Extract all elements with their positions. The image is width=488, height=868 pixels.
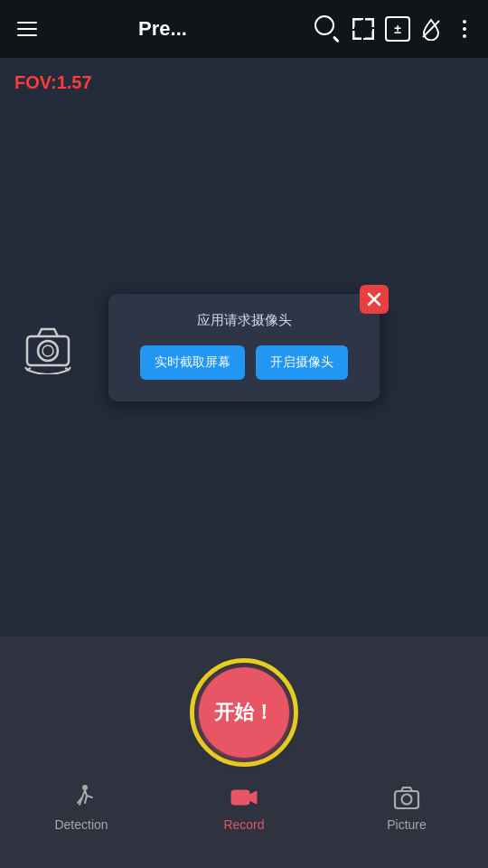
tab-record[interactable]: Record xyxy=(199,781,289,832)
svg-rect-16 xyxy=(231,790,249,805)
record-icon xyxy=(228,781,260,814)
camera-request-dialog: 应用请求摄像头 实时截取屏幕 开启摄像头 xyxy=(108,294,380,401)
screen-capture-button[interactable]: 实时截取屏幕 xyxy=(140,345,245,380)
tab-record-label: Record xyxy=(223,817,264,832)
dialog-overlay: 应用请求摄像头 实时截取屏幕 开启摄像头 xyxy=(0,58,488,637)
tab-detection[interactable]: Detection xyxy=(36,781,127,832)
start-button[interactable]: 开始！ xyxy=(190,658,298,767)
detection-icon xyxy=(65,781,98,814)
start-button-wrap: 开始！ xyxy=(190,658,298,767)
start-button-inner: 开始！ xyxy=(199,667,289,758)
start-button-label: 开始！ xyxy=(214,699,274,726)
focus-icon[interactable] xyxy=(351,16,376,42)
topbar: Pre... xyxy=(0,0,488,58)
svg-rect-1 xyxy=(352,18,355,27)
tab-picture[interactable]: Picture xyxy=(361,781,452,832)
dialog-buttons: 实时截取屏幕 开启摄像头 xyxy=(127,345,361,380)
ev-icon[interactable] xyxy=(385,16,410,42)
bottom-bar: 开始！ Detection xyxy=(0,637,488,868)
tab-detection-label: Detection xyxy=(54,817,108,832)
zoom-in-icon[interactable] xyxy=(314,15,342,42)
svg-rect-7 xyxy=(372,31,375,40)
svg-rect-6 xyxy=(365,38,374,41)
svg-rect-5 xyxy=(352,31,355,40)
dialog-close-button[interactable] xyxy=(360,285,389,314)
drop-icon[interactable] xyxy=(419,17,443,41)
more-icon[interactable] xyxy=(452,16,477,42)
tab-picture-label: Picture xyxy=(387,817,427,832)
svg-rect-3 xyxy=(372,18,375,27)
camera-view: FOV:1.57 xyxy=(0,58,488,637)
topbar-icons xyxy=(314,15,477,42)
nav-tabs: Detection Record xyxy=(0,781,488,841)
svg-point-18 xyxy=(402,795,412,805)
dialog-title: 应用请求摄像头 xyxy=(127,312,361,329)
svg-rect-0 xyxy=(352,18,361,21)
app-title: Pre... xyxy=(18,17,307,41)
open-camera-button[interactable]: 开启摄像头 xyxy=(256,345,348,380)
picture-icon xyxy=(390,781,423,814)
